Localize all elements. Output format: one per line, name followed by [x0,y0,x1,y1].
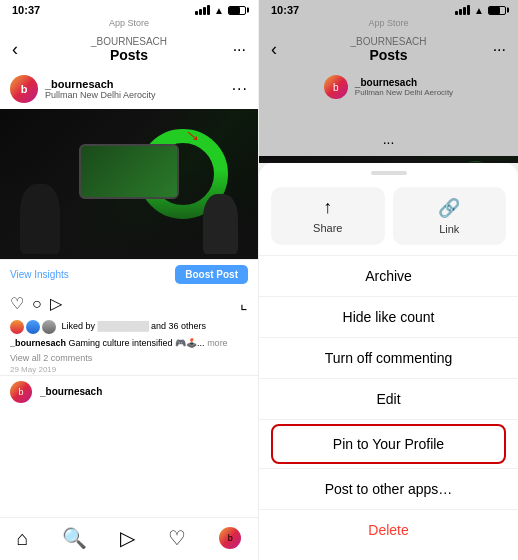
delete-item[interactable]: Delete [259,510,518,550]
pin-to-profile-item[interactable]: Pin to Your Profile [271,424,506,464]
turn-off-commenting-item[interactable]: Turn off commenting [259,338,518,378]
caption-text: Gaming culture intensified 🎮🕹️... [69,338,205,348]
more-label[interactable]: more [207,338,228,348]
bottom-comment-area: b _bournesach [0,375,258,408]
comment-avatar: b [10,381,32,403]
nav-home-icon[interactable]: ⌂ [17,527,29,550]
status-bar-left: 10:37 ▲ [0,0,258,18]
link-label: Link [439,223,459,235]
avatar-left: b [10,75,38,103]
post-image-preview-right [259,156,518,163]
header-username-left: _BOURNESACH [91,36,167,47]
status-icons-left: ▲ [195,5,246,16]
hide-like-item[interactable]: Hide like count [259,297,518,337]
comment-username: _bournesach [40,386,102,397]
bottom-sheet: ↑ Share 🔗 Link Archive Hide like count T… [259,163,518,560]
signal-icon-right [455,5,470,15]
battery-icon [228,6,246,15]
post-actions-bar: View Insights Boost Post [0,259,258,289]
post-location-right: Pullman New Delhi Aerocity [355,88,453,97]
share-icon-sheet: ↑ [323,197,332,218]
post-username-right: _bournesach [355,77,453,88]
post-to-other-apps-item[interactable]: Post to other apps… [259,469,518,509]
comment-icon[interactable]: ○ [32,295,42,313]
share-label: Share [313,222,342,234]
sheet-divider-5 [259,419,518,420]
post-user-info-right: _bournesach Pullman New Delhi Aerocity [355,77,453,97]
right-panel: 10:37 ▲ App Store ‹ _BOURNESACH Posts ··… [259,0,518,560]
boost-post-button[interactable]: Boost Post [175,265,248,284]
link-icon-sheet: 🔗 [438,197,460,219]
liked-by-suffix: and 36 others [149,321,207,331]
time-right: 10:37 [271,4,299,16]
header-left: ‹ _BOURNESACH Posts ··· [0,30,258,69]
nav-heart-icon[interactable]: ♡ [168,526,186,550]
share-icon[interactable]: ▷ [50,294,62,313]
back-button-right[interactable]: ‹ [271,39,277,60]
wifi-icon: ▲ [214,5,224,16]
post-user-info-left: _bournesach Pullman New Delhi Aerocity [45,78,156,100]
liked-by-avatars [10,321,62,331]
app-store-bar-right: App Store [259,18,518,30]
header-content-left: _BOURNESACH Posts [91,36,167,63]
back-button-left[interactable]: ‹ [12,39,18,60]
header-more-left[interactable]: ··· [233,41,246,59]
battery-icon-right [488,6,506,15]
caption: _bournesach Gaming culture intensified 🎮… [0,336,258,352]
header-content-right: _BOURNESACH Posts [350,36,426,63]
header-title-right: Posts [350,47,426,63]
liked-by-prefix: Liked by [62,321,98,331]
sheet-handle [371,171,407,175]
wifi-icon-right: ▲ [474,5,484,16]
header-right: ‹ _BOURNESACH Posts ··· [259,30,518,69]
sheet-top-row: ↑ Share 🔗 Link [259,187,518,255]
post-header-left: b _bournesach Pullman New Delhi Aerocity… [0,69,258,109]
post-more-left[interactable]: ··· [232,80,248,98]
like-bar: ♡ ○ ▷ ⌞ [0,289,258,318]
view-comments[interactable]: View all 2 comments [0,352,258,364]
bottom-nav: ⌂ 🔍 ▷ ♡ b [0,517,258,560]
post-more-right[interactable]: ··· [383,134,395,150]
time-left: 10:37 [12,4,40,16]
status-bar-right: 10:37 ▲ [259,0,518,18]
post-user-left: b _bournesach Pullman New Delhi Aerocity [10,75,156,103]
post-location-left: Pullman New Delhi Aerocity [45,90,156,100]
share-button[interactable]: ↑ Share [271,187,385,245]
header-title-left: Posts [91,47,167,63]
caption-username: _bournesach [10,338,66,348]
bookmark-icon[interactable]: ⌞ [240,294,248,313]
app-store-bar-left: App Store [0,18,258,30]
post-date: 29 May 2019 [0,364,258,375]
view-insights-link[interactable]: View Insights [10,269,69,280]
post-user-right: b _bournesach Pullman New Delhi Aerocity [324,75,453,99]
archive-item[interactable]: Archive [259,256,518,296]
header-more-right[interactable]: ··· [493,41,506,59]
signal-icon [195,5,210,15]
post-username-left: _bournesach [45,78,156,90]
liked-by-name: ████████ [98,321,149,331]
liked-by: Liked by ████████ and 36 others [0,318,258,336]
link-button[interactable]: 🔗 Link [393,187,507,245]
nav-profile-icon[interactable]: b [219,527,241,549]
nav-reels-icon[interactable]: ▷ [120,526,135,550]
status-icons-right: ▲ [455,5,506,16]
left-panel: 10:37 ▲ App Store ‹ _BOURNESACH Posts ··… [0,0,259,560]
avatar-right: b [324,75,348,99]
nav-search-icon[interactable]: 🔍 [62,526,87,550]
post-image-bg-left: → [0,109,258,259]
post-header-right: b _bournesach Pullman New Delhi Aerocity… [259,69,518,156]
like-icons: ♡ ○ ▷ [10,294,62,313]
like-icon[interactable]: ♡ [10,294,24,313]
post-image-left: → [0,109,258,259]
edit-item[interactable]: Edit [259,379,518,419]
header-username-right: _BOURNESACH [350,36,426,47]
